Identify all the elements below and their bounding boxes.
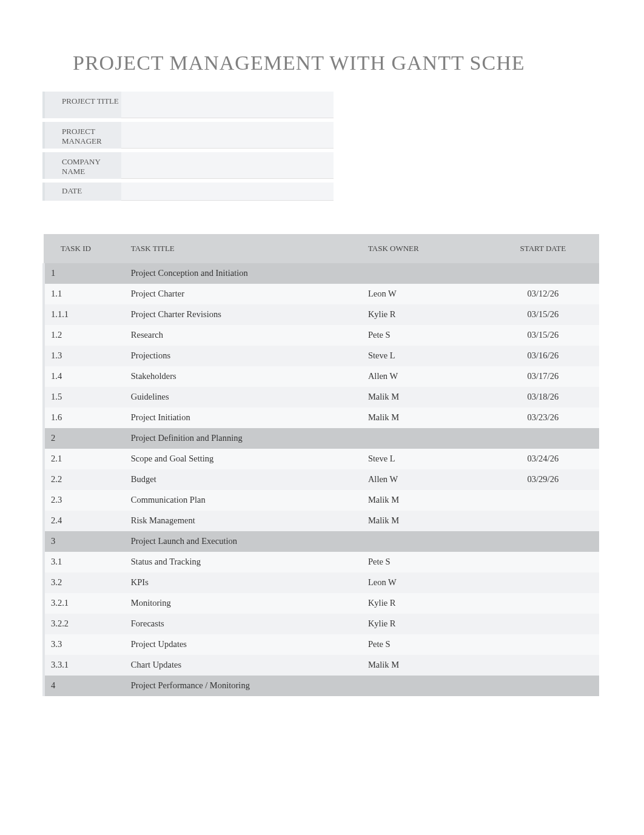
task-title-cell: Scope and Goal Setting: [125, 449, 362, 469]
task-id-cell: 2.4: [44, 511, 125, 531]
table-row: 2.4Risk ManagementMalik M: [44, 511, 599, 531]
task-owner-cell: Kylie R: [362, 304, 487, 325]
task-title-cell: Guidelines: [125, 387, 362, 407]
task-title-cell: Research: [125, 325, 362, 346]
task-title-cell: Stakeholders: [125, 366, 362, 387]
task-title-cell: Communication Plan: [125, 490, 362, 511]
task-title-cell: KPIs: [125, 572, 362, 593]
task-id-cell: 3.2.1: [44, 593, 125, 614]
task-table-body: 1Project Conception and Initiation1.1Pro…: [44, 263, 599, 696]
header-start-date: START DATE: [487, 234, 599, 263]
start-date-cell: [487, 511, 599, 531]
start-date-cell: 03/24/26: [487, 449, 599, 469]
table-row: 3.3Project UpdatesPete S: [44, 634, 599, 655]
table-row: 2Project Definition and Planning: [44, 428, 599, 449]
task-title-cell: Monitoring: [125, 593, 362, 614]
header-task-owner: TASK OWNER: [362, 234, 487, 263]
start-date-cell: 03/18/26: [487, 387, 599, 407]
table-row: 3Project Launch and Execution: [44, 531, 599, 552]
date-value[interactable]: [121, 183, 334, 201]
task-title-cell: Project Charter Revisions: [125, 304, 362, 325]
company-name-value[interactable]: [121, 152, 334, 179]
table-row: 1.2ResearchPete S03/15/26: [44, 325, 599, 346]
task-owner-cell: Kylie R: [362, 614, 487, 634]
table-row: 3.2.1MonitoringKylie R: [44, 593, 599, 614]
task-title-cell: Budget: [125, 469, 362, 490]
task-id-cell: 1.1.1: [44, 304, 125, 325]
start-date-cell: 03/17/26: [487, 366, 599, 387]
task-owner-cell: Malik M: [362, 490, 487, 511]
task-title-cell: Project Charter: [125, 284, 362, 304]
project-manager-label: PROJECT MANAGER: [42, 122, 121, 149]
table-row: 1.1Project CharterLeon W03/12/26: [44, 284, 599, 304]
project-title-value[interactable]: [121, 92, 334, 118]
task-title-cell: Project Updates: [125, 634, 362, 655]
task-owner-cell: Allen W: [362, 469, 487, 490]
info-row-date: DATE: [42, 183, 608, 201]
task-title-cell: Project Launch and Execution: [125, 531, 362, 552]
table-row: 2.3Communication PlanMalik M: [44, 490, 599, 511]
info-row-project-manager: PROJECT MANAGER: [42, 122, 608, 149]
task-owner-cell: [362, 676, 487, 696]
task-title-cell: Project Conception and Initiation: [125, 263, 362, 284]
start-date-cell: [487, 634, 599, 655]
table-row: 1.4StakeholdersAllen W03/17/26: [44, 366, 599, 387]
task-owner-cell: Steve L: [362, 346, 487, 366]
task-id-cell: 1.3: [44, 346, 125, 366]
task-owner-cell: [362, 263, 487, 284]
task-id-cell: 3.1: [44, 552, 125, 572]
start-date-cell: 03/15/26: [487, 304, 599, 325]
task-owner-cell: Kylie R: [362, 593, 487, 614]
task-owner-cell: Malik M: [362, 511, 487, 531]
task-id-cell: 3.2: [44, 572, 125, 593]
task-title-cell: Chart Updates: [125, 655, 362, 676]
task-id-cell: 2.3: [44, 490, 125, 511]
task-id-cell: 2.2: [44, 469, 125, 490]
task-title-cell: Project Definition and Planning: [125, 428, 362, 449]
page-title: PROJECT MANAGEMENT WITH GANTT SCHE: [73, 52, 608, 75]
start-date-cell: [487, 614, 599, 634]
task-id-cell: 2: [44, 428, 125, 449]
task-id-cell: 4: [44, 676, 125, 696]
task-id-cell: 1.1: [44, 284, 125, 304]
header-task-title: TASK TITLE: [125, 234, 362, 263]
task-id-cell: 1.5: [44, 387, 125, 407]
start-date-cell: [487, 531, 599, 552]
task-table: TASK ID TASK TITLE TASK OWNER START DATE…: [42, 234, 600, 696]
table-row: 1.5GuidelinesMalik M03/18/26: [44, 387, 599, 407]
task-id-cell: 3.3.1: [44, 655, 125, 676]
start-date-cell: 03/16/26: [487, 346, 599, 366]
task-owner-cell: Malik M: [362, 407, 487, 428]
task-title-cell: Project Initiation: [125, 407, 362, 428]
table-row: 1Project Conception and Initiation: [44, 263, 599, 284]
start-date-cell: 03/29/26: [487, 469, 599, 490]
task-owner-cell: Pete S: [362, 552, 487, 572]
task-id-cell: 1: [44, 263, 125, 284]
table-row: 3.1Status and TrackingPete S: [44, 552, 599, 572]
date-label: DATE: [42, 183, 121, 201]
start-date-cell: [487, 593, 599, 614]
table-row: 3.3.1Chart UpdatesMalik M: [44, 655, 599, 676]
task-table-header: TASK ID TASK TITLE TASK OWNER START DATE: [44, 234, 599, 263]
info-row-company-name: COMPANY NAME: [42, 152, 608, 179]
start-date-cell: 03/12/26: [487, 284, 599, 304]
table-row: 3.2KPIsLeon W: [44, 572, 599, 593]
project-manager-value[interactable]: [121, 122, 334, 149]
table-row: 2.1Scope and Goal SettingSteve L03/24/26: [44, 449, 599, 469]
task-title-cell: Status and Tracking: [125, 552, 362, 572]
info-row-project-title: PROJECT TITLE: [42, 92, 608, 118]
task-owner-cell: Allen W: [362, 366, 487, 387]
task-owner-cell: Malik M: [362, 655, 487, 676]
task-title-cell: Risk Management: [125, 511, 362, 531]
task-id-cell: 1.4: [44, 366, 125, 387]
start-date-cell: [487, 490, 599, 511]
task-owner-cell: Pete S: [362, 634, 487, 655]
table-row: 2.2BudgetAllen W03/29/26: [44, 469, 599, 490]
table-row: 4Project Performance / Monitoring: [44, 676, 599, 696]
task-title-cell: Project Performance / Monitoring: [125, 676, 362, 696]
table-row: 1.6Project InitiationMalik M03/23/26: [44, 407, 599, 428]
task-owner-cell: Pete S: [362, 325, 487, 346]
start-date-cell: [487, 676, 599, 696]
start-date-cell: [487, 655, 599, 676]
task-owner-cell: Malik M: [362, 387, 487, 407]
